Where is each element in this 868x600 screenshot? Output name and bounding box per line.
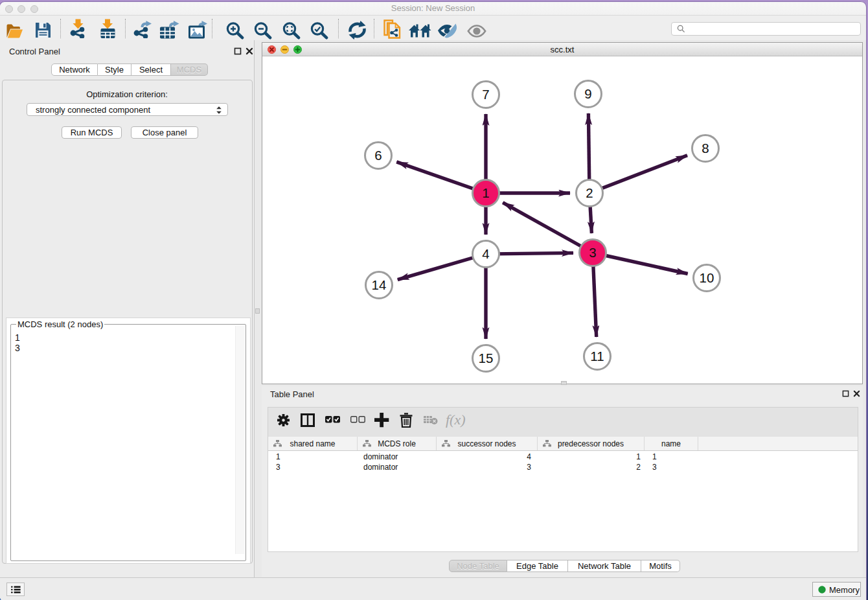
svg-text:1: 1	[482, 185, 489, 200]
svg-text:9: 9	[584, 86, 591, 101]
svg-text:11: 11	[590, 349, 604, 363]
svg-text:2: 2	[586, 185, 593, 200]
svg-text:3: 3	[589, 245, 596, 260]
svg-text:8: 8	[702, 141, 709, 156]
svg-text:14: 14	[372, 277, 387, 292]
svg-text:10: 10	[700, 270, 714, 285]
svg-text:7: 7	[482, 87, 489, 102]
svg-text:6: 6	[374, 148, 382, 163]
svg-text:15: 15	[479, 351, 494, 365]
svg-text:4: 4	[482, 246, 489, 261]
